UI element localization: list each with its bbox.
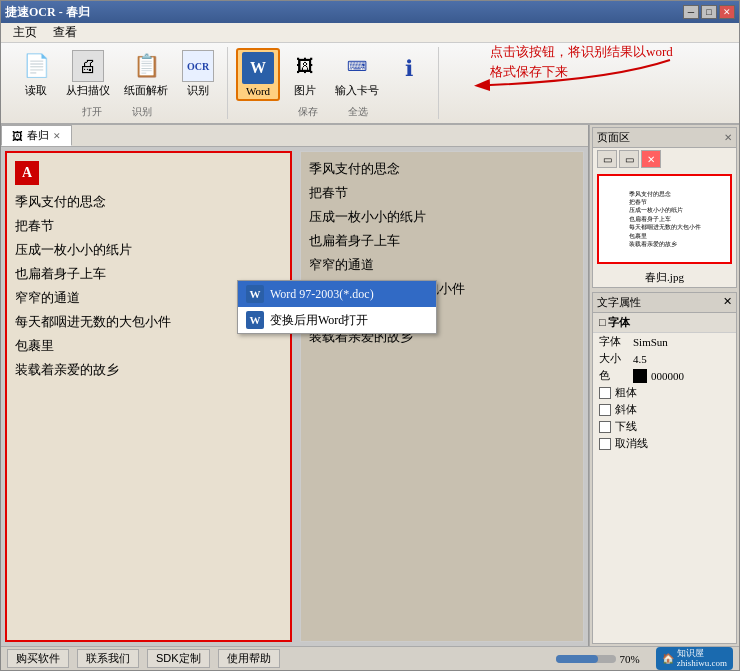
- scan-label: 从扫描仪: [66, 83, 110, 98]
- right-line-1: 季风支付的思念: [309, 160, 576, 178]
- recognized-text-panel[interactable]: A 季风支付的思念 把春节 压成一枚小小的纸片 也扁着身子上车 窄窄的通道 每天…: [5, 151, 292, 642]
- font-name-row: 字体 SimSun: [593, 333, 736, 350]
- thumb-line-3: 压成一枚小小的纸片: [629, 206, 701, 214]
- info-icon: ℹ: [393, 53, 425, 85]
- ribbon-group-open: 📄 读取 🖨 从扫描仪 📋 纸面解析 OCR 识别: [7, 47, 228, 119]
- dropdown-item-doc[interactable]: W Word 97-2003(*.doc): [238, 281, 436, 307]
- sdk-button[interactable]: SDK定制: [147, 649, 210, 668]
- source-text-panel[interactable]: 季风支付的思念 把春节 压成一枚小小的纸片 也扁着身子上车 窄窄的通道 每天都咽…: [300, 151, 585, 642]
- save-format-dropdown[interactable]: W Word 97-2003(*.doc) W 变换后用Word打开: [237, 280, 437, 334]
- scan-icon: 🖨: [72, 50, 104, 82]
- zoom-control: 70%: [556, 653, 640, 665]
- recognize-label: 识别: [187, 83, 209, 98]
- word-label: Word: [246, 85, 270, 97]
- contact-us-button[interactable]: 联系我们: [77, 649, 139, 668]
- italic-label: 斜体: [615, 402, 637, 417]
- parse-label: 纸面解析: [124, 83, 168, 98]
- text-properties-panel: 文字属性 ✕ □ 字体 字体 SimSun 大小 4.5 色: [592, 292, 737, 644]
- thumbnail-label: 春归.jpg: [593, 268, 736, 287]
- minimize-button[interactable]: ─: [683, 5, 699, 19]
- open-group-label: 打开 识别: [82, 105, 152, 119]
- word-icon: W: [242, 52, 274, 84]
- strikethrough-checkbox[interactable]: [599, 438, 611, 450]
- word-button[interactable]: W Word: [236, 48, 280, 101]
- parse-icon: 📋: [130, 50, 162, 82]
- thumb-line-7: 装载着亲爱的故乡: [629, 240, 701, 248]
- help-button[interactable]: 使用帮助: [218, 649, 280, 668]
- thumb-line-1: 季风支付的思念: [629, 190, 701, 198]
- ribbon-group-save: W Word 🖼 图片 ⌨ 输入卡号 ℹ: [228, 47, 439, 119]
- read-button[interactable]: 📄 读取: [15, 47, 57, 101]
- ribbon: 📄 读取 🖨 从扫描仪 📋 纸面解析 OCR 识别: [1, 43, 739, 125]
- logo-icon: 🏠: [662, 653, 674, 664]
- strikethrough-label: 取消线: [615, 436, 648, 451]
- font-section-icon: □: [599, 316, 608, 328]
- italic-checkbox[interactable]: [599, 404, 611, 416]
- title-bar: 捷速OCR - 春归 ─ □ ✕: [1, 1, 739, 23]
- menu-bar: 主页 查看: [1, 23, 739, 43]
- page-area-title: 页面区 ✕: [593, 128, 736, 148]
- text-panel-icon: A: [15, 161, 39, 185]
- page-toolbar-btn-delete[interactable]: ✕: [641, 150, 661, 168]
- recognize-icon: OCR: [182, 50, 214, 82]
- menu-home[interactable]: 主页: [5, 22, 45, 43]
- input-label: 输入卡号: [335, 83, 379, 98]
- page-toolbar: ▭ ▭ ✕: [593, 148, 736, 170]
- read-icon: 📄: [20, 50, 52, 82]
- right-line-5: 窄窄的通道: [309, 256, 576, 274]
- bold-label: 粗体: [615, 385, 637, 400]
- read-label: 读取: [25, 83, 47, 98]
- page-toolbar-btn-2[interactable]: ▭: [619, 150, 639, 168]
- word-open-icon: W: [246, 311, 264, 329]
- bold-row: 粗体: [593, 384, 736, 401]
- maximize-button[interactable]: □: [701, 5, 717, 19]
- input-icon: ⌨: [341, 50, 373, 82]
- right-line-4: 也扁着身子上车: [309, 232, 576, 250]
- size-label: 大小: [599, 351, 629, 366]
- scan-button[interactable]: 🖨 从扫描仪: [61, 47, 115, 101]
- left-line-7: 包裹里: [15, 337, 282, 355]
- tab-close-button[interactable]: ✕: [53, 131, 61, 141]
- thumb-line-4: 也扁着身子上车: [629, 215, 701, 223]
- panels-row: A 季风支付的思念 把春节 压成一枚小小的纸片 也扁着身子上车 窄窄的通道 每天…: [1, 147, 588, 646]
- image-button[interactable]: 🖼 图片: [284, 47, 326, 101]
- left-line-1: 季风支付的思念: [15, 193, 282, 211]
- dropdown-doc-label: Word 97-2003(*.doc): [270, 287, 374, 302]
- parse-button[interactable]: 📋 纸面解析: [119, 47, 173, 101]
- dropdown-open-label: 变换后用Word打开: [270, 312, 368, 329]
- italic-row: 斜体: [593, 401, 736, 418]
- close-button[interactable]: ✕: [719, 5, 735, 19]
- right-line-2: 把春节: [309, 184, 576, 202]
- info-button[interactable]: ℹ: [388, 50, 430, 101]
- tab-bar: 🖼 春归 ✕: [1, 125, 588, 147]
- page-toolbar-btn-1[interactable]: ▭: [597, 150, 617, 168]
- window-title: 捷速OCR - 春归: [5, 4, 90, 21]
- font-section-title: □ 字体: [593, 313, 736, 333]
- underline-checkbox[interactable]: [599, 421, 611, 433]
- menu-view[interactable]: 查看: [45, 22, 85, 43]
- dropdown-item-open[interactable]: W 变换后用Word打开: [238, 307, 436, 333]
- image-label: 图片: [294, 83, 316, 98]
- font-color-row: 色 000000: [593, 367, 736, 384]
- thumb-line-5: 每天都咽进无数的大包小件: [629, 223, 701, 231]
- page-thumbnail: 季风支付的思念 把春节 压成一枚小小的纸片 也扁着身子上车 每天都咽进无数的大包…: [597, 174, 732, 264]
- right-line-3: 压成一枚小小的纸片: [309, 208, 576, 226]
- info-label: [408, 86, 411, 98]
- zoom-value: 70%: [620, 653, 640, 665]
- input-button[interactable]: ⌨ 输入卡号: [330, 47, 384, 101]
- left-line-2: 把春节: [15, 217, 282, 235]
- color-swatch: [633, 369, 647, 383]
- font-size-row: 大小 4.5: [593, 350, 736, 367]
- thumb-line-6: 包裹里: [629, 232, 701, 240]
- bold-checkbox[interactable]: [599, 387, 611, 399]
- tab-label: 春归: [27, 128, 49, 143]
- main-area: 🖼 春归 ✕ W Word 97-2003(*.doc) W 变换后用Word打…: [1, 125, 739, 646]
- image-icon: 🖼: [289, 50, 321, 82]
- recognize-button[interactable]: OCR 识别: [177, 47, 219, 101]
- strikethrough-row: 取消线: [593, 435, 736, 452]
- word-doc-icon: W: [246, 285, 264, 303]
- spring-tab[interactable]: 🖼 春归 ✕: [1, 125, 72, 146]
- buy-software-button[interactable]: 购买软件: [7, 649, 69, 668]
- page-area-close[interactable]: ✕: [724, 132, 732, 143]
- props-close[interactable]: ✕: [723, 295, 732, 310]
